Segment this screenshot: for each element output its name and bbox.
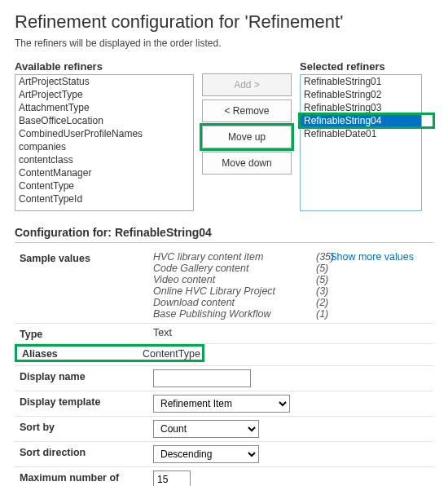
display-name-label: Display name (15, 369, 153, 382)
aliases-label: Aliases (19, 347, 143, 360)
sample-value-row: Download content(2) (153, 297, 433, 308)
refiner-picker: Available refiners ArtProjectStatusArtPr… (15, 60, 433, 211)
display-template-row: Display template Refinement Item (15, 391, 433, 417)
sort-by-select[interactable]: Count (153, 420, 259, 438)
sample-value-count: (1) (316, 308, 349, 320)
remove-button[interactable]: < Remove (202, 99, 292, 122)
list-item[interactable]: contentclass (15, 153, 193, 166)
available-refiners-listbox[interactable]: ArtProjectStatusArtProjectTypeAttachment… (15, 74, 194, 211)
sample-values-label: Sample values (15, 251, 153, 264)
refinement-config-panel: Refinement configuration for 'Refinement… (0, 0, 448, 486)
sample-value-name: Video content (153, 274, 316, 285)
available-refiners-label: Available refiners (15, 60, 194, 73)
sample-value-row: Code Gallery content(5) (153, 263, 433, 274)
display-name-input[interactable] (153, 369, 251, 387)
aliases-highlight: Aliases ContentType (15, 344, 204, 362)
selected-refiners-label: Selected refiners (300, 60, 422, 73)
list-item[interactable]: RefinableString04 (301, 114, 421, 127)
show-more-values-link[interactable]: Show more values (330, 251, 414, 263)
config-heading-prefix: Configuration for: (15, 226, 112, 239)
sort-by-row: Sort by Count (15, 417, 433, 442)
sample-value-count: (5) (316, 274, 349, 285)
sample-value-row: Video content(5) (153, 274, 433, 285)
sample-values-row: Sample values HVC library content item(3… (15, 248, 433, 324)
type-label: Type (15, 327, 153, 340)
add-button[interactable]: Add > (202, 73, 292, 96)
display-template-select[interactable]: Refinement Item (153, 395, 290, 413)
sort-direction-select[interactable]: Descending (153, 445, 259, 463)
divider (15, 242, 433, 243)
list-item[interactable]: ContentManager (15, 166, 193, 179)
list-item[interactable]: RefinableDate01 (301, 127, 421, 140)
sample-value-name: Download content (153, 297, 316, 308)
list-item[interactable]: companies (15, 140, 193, 153)
sample-value-count: (5) (316, 263, 349, 274)
sample-value-name: Base Publishing Workflow (153, 308, 316, 320)
aliases-value: ContentType (143, 348, 200, 360)
sample-value-row: Base Publishing Workflow(1) (153, 308, 433, 320)
type-value: Text (153, 327, 433, 338)
config-heading: Configuration for: RefinableString04 (15, 226, 433, 239)
sample-value-name: Code Gallery content (153, 263, 316, 274)
sort-direction-row: Sort direction Descending (15, 442, 433, 467)
list-item[interactable]: CombinedUserProfileNames (15, 127, 193, 140)
picker-controls: Add > < Remove Move up Move down (202, 60, 292, 175)
list-item[interactable]: ArtProjectStatus (15, 75, 193, 88)
sample-value-name: Online HVC Library Project (153, 285, 316, 297)
sample-value-count: (2) (316, 297, 349, 308)
aliases-row: Aliases ContentType (15, 344, 433, 366)
max-refiner-input[interactable] (153, 471, 191, 486)
sample-value-name: HVC library content item (153, 251, 316, 263)
config-heading-value: RefinableString04 (115, 226, 212, 239)
list-item[interactable]: RefinableString02 (301, 88, 421, 101)
selected-column: Selected refiners RefinableString01Refin… (300, 60, 422, 211)
max-refiner-row: Maximum number of refiner values: (15, 467, 433, 486)
available-column: Available refiners ArtProjectStatusArtPr… (15, 60, 194, 211)
sort-by-label: Sort by (15, 420, 153, 433)
list-item[interactable]: ContentTypeId (15, 192, 193, 205)
list-item[interactable]: RefinableString03 (301, 101, 421, 114)
max-refiner-label: Maximum number of refiner values: (15, 471, 153, 486)
sample-value-row: Online HVC Library Project(3) (153, 285, 433, 297)
page-title: Refinement configuration for 'Refinement… (15, 11, 433, 33)
move-down-button[interactable]: Move down (202, 152, 292, 175)
list-item[interactable]: ContentType (15, 179, 193, 192)
list-item[interactable]: RefinableString01 (301, 75, 421, 88)
config-section: Configuration for: RefinableString04 Sam… (15, 226, 433, 486)
list-item[interactable]: AttachmentType (15, 101, 193, 114)
display-template-label: Display template (15, 395, 153, 408)
list-item[interactable]: ArtProjectType (15, 88, 193, 101)
move-up-button[interactable]: Move up (202, 126, 292, 148)
type-row: Type Text (15, 324, 433, 344)
list-item[interactable]: BaseOfficeLocation (15, 114, 193, 127)
page-subtitle: The refiners will be displayed in the or… (15, 38, 433, 49)
sort-direction-label: Sort direction (15, 445, 153, 458)
sample-value-count: (3) (316, 285, 349, 297)
display-name-row: Display name (15, 366, 433, 391)
selected-refiners-listbox[interactable]: RefinableString01RefinableString02Refina… (300, 74, 422, 211)
